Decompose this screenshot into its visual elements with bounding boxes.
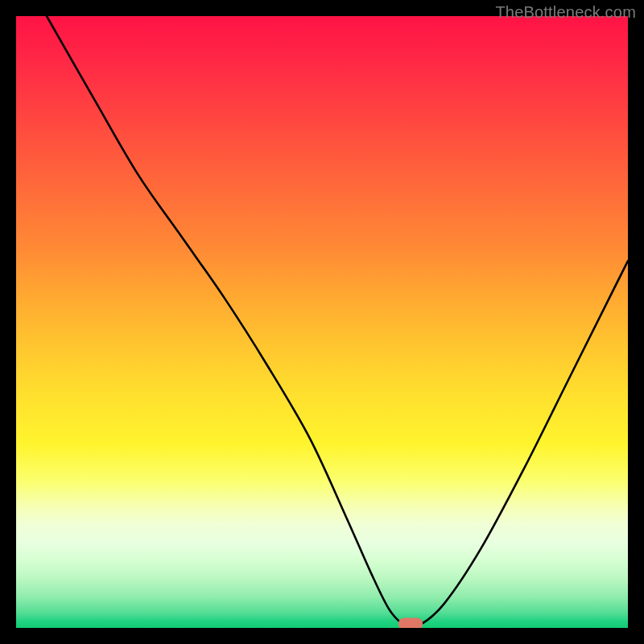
bottleneck-curve [16,16,628,628]
chart-frame: TheBottleneck.com [0,0,644,644]
watermark-text: TheBottleneck.com [495,3,636,22]
plot-area [16,16,628,628]
optimum-marker [398,618,423,628]
plot-inner [16,16,628,628]
